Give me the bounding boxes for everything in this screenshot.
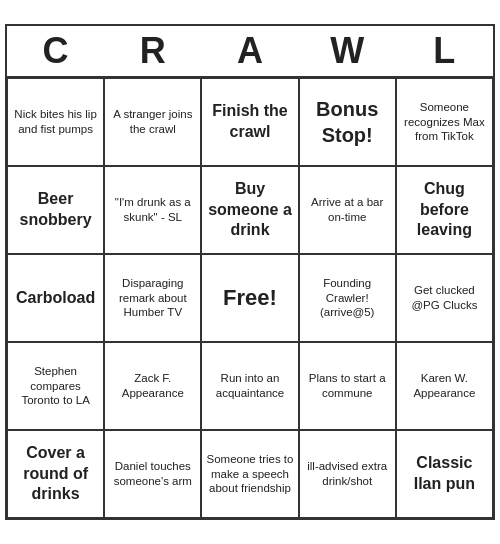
header-l: L [396,30,493,72]
cell-r0-c2[interactable]: Finish the crawl [201,78,298,166]
cell-r3-c0[interactable]: Stephen compares Toronto to LA [7,342,104,430]
cell-r2-c3[interactable]: Founding Crawler! (arrive@5) [299,254,396,342]
cell-r0-c3[interactable]: Bonus Stop! [299,78,396,166]
header-c: C [7,30,104,72]
cell-r2-c2[interactable]: Free! [201,254,298,342]
cell-r3-c1[interactable]: Zack F. Appearance [104,342,201,430]
cell-r4-c1[interactable]: Daniel touches someone's arm [104,430,201,518]
bingo-card: C R A W L Nick bites his lip and fist pu… [5,24,495,520]
cell-r0-c4[interactable]: Someone recognizes Max from TikTok [396,78,493,166]
cell-r4-c4[interactable]: Classic Ilan pun [396,430,493,518]
cell-r4-c2[interactable]: Someone tries to make a speech about fri… [201,430,298,518]
cell-r4-c3[interactable]: ill-advised extra drink/shot [299,430,396,518]
cell-r1-c1[interactable]: "I'm drunk as a skunk" - SL [104,166,201,254]
cell-r4-c0[interactable]: Cover a round of drinks [7,430,104,518]
cell-r1-c0[interactable]: Beer snobbery [7,166,104,254]
cell-r0-c1[interactable]: A stranger joins the crawl [104,78,201,166]
header-r: R [104,30,201,72]
cell-r2-c4[interactable]: Get clucked @PG Clucks [396,254,493,342]
bingo-header: C R A W L [7,26,493,78]
cell-r3-c2[interactable]: Run into an acquaintance [201,342,298,430]
cell-r0-c0[interactable]: Nick bites his lip and fist pumps [7,78,104,166]
header-a: A [201,30,298,72]
cell-r3-c4[interactable]: Karen W. Appearance [396,342,493,430]
cell-r1-c4[interactable]: Chug before leaving [396,166,493,254]
cell-r1-c2[interactable]: Buy someone a drink [201,166,298,254]
header-w: W [299,30,396,72]
bingo-grid: Nick bites his lip and fist pumpsA stran… [7,78,493,518]
cell-r1-c3[interactable]: Arrive at a bar on-time [299,166,396,254]
cell-r2-c1[interactable]: Disparaging remark about Humber TV [104,254,201,342]
cell-r3-c3[interactable]: Plans to start a commune [299,342,396,430]
cell-r2-c0[interactable]: Carboload [7,254,104,342]
